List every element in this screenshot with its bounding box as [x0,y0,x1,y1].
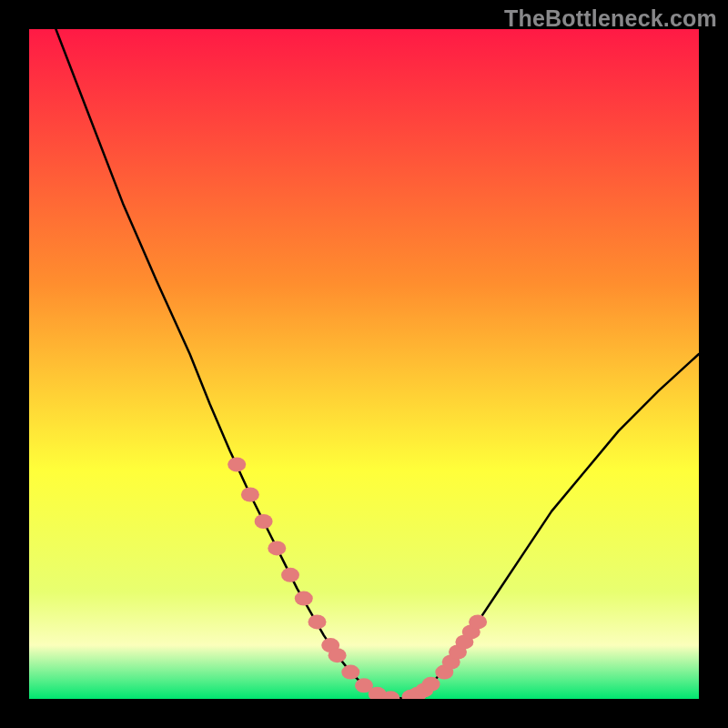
chart-plot-area [29,29,699,699]
watermark-text: TheBottleneck.com [504,5,717,32]
data-marker [228,457,246,471]
data-marker [422,677,440,692]
data-marker [329,648,347,662]
data-marker [341,665,359,680]
bottleneck-curve-chart [29,29,699,699]
data-marker [241,488,259,502]
data-marker [255,514,273,529]
data-marker [295,592,313,606]
data-marker [281,568,299,582]
gradient-background [29,29,699,699]
data-marker [308,614,327,629]
data-marker [268,541,286,555]
data-marker [469,614,487,629]
